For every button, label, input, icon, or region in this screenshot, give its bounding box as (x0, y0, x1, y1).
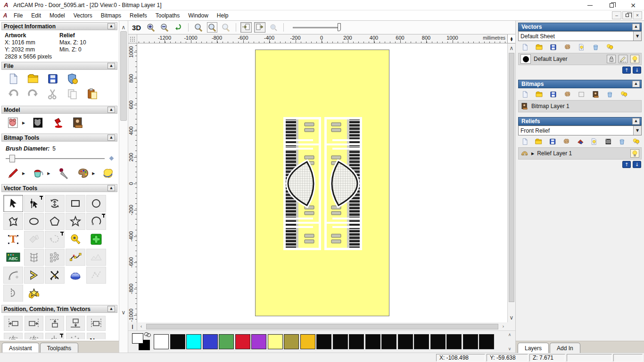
node-editing-tool[interactable] (24, 195, 44, 212)
palette-swatch[interactable] (203, 334, 218, 349)
flyout-arrow-icon[interactable]: ▶ (92, 171, 95, 176)
fillet-tool[interactable] (3, 267, 23, 284)
align-bottom-tool[interactable] (66, 316, 85, 331)
palette-swatch[interactable] (154, 334, 169, 349)
units-spinner[interactable]: ▲▼ (507, 34, 515, 43)
tab-layers[interactable]: Layers (518, 343, 549, 353)
move-layer-up-button[interactable]: ↑ (622, 161, 631, 168)
merge-layers-icon[interactable] (562, 138, 570, 145)
create-star-tool[interactable] (66, 213, 85, 230)
paint-tool-icon[interactable] (7, 167, 20, 179)
menu-toolpaths[interactable]: Toolpaths (151, 11, 184, 20)
palette-swatch[interactable] (479, 334, 494, 349)
copy-icon[interactable] (66, 88, 79, 100)
cut-icon[interactable] (46, 88, 59, 100)
draw-outline-icon[interactable] (101, 167, 115, 179)
colour-palette-icon[interactable] (76, 167, 90, 179)
save-layer-icon[interactable] (549, 43, 557, 51)
menu-reliefs[interactable]: Reliefs (125, 11, 151, 20)
menu-edit[interactable]: Edit (27, 11, 45, 20)
undo-icon[interactable] (7, 88, 20, 100)
new-layer-icon[interactable] (521, 43, 529, 51)
move-to-position-tool[interactable] (45, 333, 64, 339)
load-bitmap-icon[interactable] (71, 117, 84, 129)
save-layer-icon[interactable] (549, 91, 557, 98)
menu-vectors[interactable]: Vectors (69, 11, 97, 20)
layer-colour-swatch[interactable] (520, 54, 531, 64)
page-position-icon[interactable]: ❙ (128, 322, 137, 330)
scroll-down-icon[interactable]: ∨ (508, 346, 512, 351)
scrollbar-thumb[interactable] (120, 31, 127, 121)
palette-swatch[interactable] (219, 334, 234, 349)
expand-arrow-icon[interactable]: ▶ (531, 152, 534, 156)
new-model-icon[interactable] (7, 73, 20, 85)
nesting-tool[interactable]: Nes (87, 333, 106, 339)
envelope-distort-tool[interactable] (24, 249, 44, 266)
palette-swatch[interactable] (430, 334, 446, 349)
pick-colour-tool-icon[interactable] (57, 167, 70, 179)
sheet-select[interactable]: Default Sheet ▼ (518, 31, 642, 41)
menu-model[interactable]: Model (45, 11, 69, 20)
palette-swatch[interactable] (446, 334, 462, 349)
block-copy-tool[interactable] (66, 333, 85, 339)
open-layer-icon[interactable] (535, 138, 542, 145)
switch-3d-button[interactable]: 3D (132, 24, 141, 32)
scroll-up-icon[interactable]: ∧ (509, 45, 514, 51)
palette-swatch[interactable] (300, 334, 315, 349)
convert-bitmap-icon[interactable] (592, 91, 600, 98)
slider-track[interactable] (293, 27, 338, 28)
delete-layer-icon[interactable] (618, 138, 626, 145)
create-text-tool[interactable]: T (3, 231, 23, 248)
palette-swatch[interactable] (365, 334, 380, 349)
save-layer-icon[interactable] (549, 138, 556, 145)
scroll-up-icon[interactable]: ∧ (508, 332, 512, 337)
brush-diameter-slider[interactable] (6, 154, 113, 163)
dropdown-arrow-icon[interactable]: ▼ (633, 126, 641, 135)
restore-button[interactable] (601, 0, 622, 10)
zoom-out-icon[interactable] (159, 22, 170, 33)
zoom-previous-icon[interactable] (173, 22, 184, 33)
menu-bitmaps[interactable]: Bitmaps (97, 11, 125, 20)
align-left-tool[interactable] (4, 316, 23, 331)
create-cross-tool[interactable] (86, 231, 106, 248)
foreground-background-swatch[interactable] (131, 332, 154, 351)
mdi-close-button[interactable]: × (633, 11, 642, 19)
relief-select[interactable]: Front Relief ▼ (518, 126, 642, 135)
offset-vector-tool[interactable] (24, 267, 44, 284)
measure-tool[interactable] (66, 231, 85, 248)
menu-file[interactable]: File (9, 11, 27, 20)
dropdown-arrow-icon[interactable]: ▼ (633, 32, 641, 41)
palette-swatch[interactable] (186, 334, 201, 349)
options-icon[interactable] (66, 73, 79, 85)
merge-layers-icon[interactable] (563, 43, 571, 51)
save-file-icon[interactable] (46, 73, 59, 85)
palette-swatch[interactable] (170, 334, 185, 349)
palette-swatch[interactable] (381, 334, 396, 349)
palette-swatch[interactable] (316, 334, 331, 349)
palette-swatch[interactable] (398, 334, 413, 349)
canvas-2d-view[interactable] (137, 43, 507, 322)
collapse-button[interactable]: ▲ (107, 63, 115, 69)
create-polygon-tool[interactable] (45, 213, 65, 230)
toggle-bitmap-next-button[interactable] (254, 22, 265, 33)
flyout-arrow-icon[interactable]: ▶ (22, 171, 25, 176)
flyout-arrow-icon[interactable]: ▶ (22, 121, 25, 125)
collapse-button[interactable]: ▲ (632, 118, 640, 125)
collapse-button[interactable]: ▲ (107, 185, 115, 191)
palette-swatch[interactable] (268, 334, 283, 349)
interactive-distort-tool[interactable] (66, 267, 85, 284)
collapse-button[interactable]: ▲ (107, 306, 115, 312)
wrap-vectors-tool[interactable] (24, 285, 44, 302)
invert-model-icon[interactable] (32, 117, 45, 129)
all-layers-visible-icon[interactable] (606, 43, 614, 51)
text-on-curve-tool[interactable]: ABC (3, 249, 23, 266)
open-layer-icon[interactable] (535, 43, 543, 51)
palette-swatch[interactable] (333, 334, 348, 349)
bitmap-layer-row[interactable]: Bitmap Layer 1 (518, 100, 642, 112)
link-colours-icon[interactable] (144, 332, 151, 337)
horizontal-scrollbar[interactable]: ❙ ‹ › (128, 322, 515, 331)
create-ellipse-tool[interactable] (24, 213, 44, 230)
relief-layer-row[interactable]: ▶ Relief Layer 1 (518, 147, 642, 160)
align-centre-tool[interactable] (87, 316, 106, 331)
greyscale-model-icon[interactable] (7, 117, 20, 129)
